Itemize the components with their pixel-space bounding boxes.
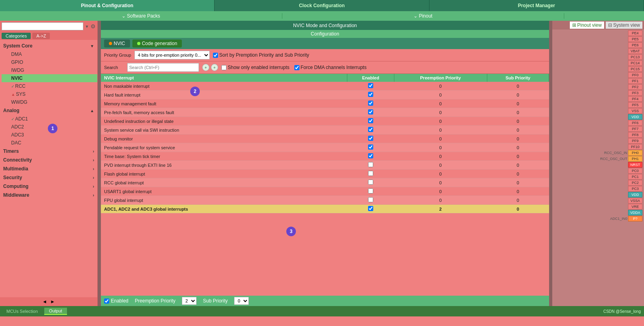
pin-box[interactable]: VDDA	[628, 210, 642, 215]
pin-box[interactable]: PF3	[628, 90, 642, 96]
enabled-cell[interactable]	[347, 117, 394, 126]
table-row[interactable]: RCC global interrupt 0 0	[101, 178, 549, 187]
software-packs-btn[interactable]: ⌄ Software Packs	[0, 13, 282, 19]
sidebar-item-adc2[interactable]: ADC2	[2, 123, 97, 131]
table-row[interactable]: Time base: System tick timer 0 0	[101, 152, 549, 161]
mcu-selection-btn[interactable]: MCUs Selection	[2, 308, 43, 315]
enabled-checkbox[interactable]	[368, 171, 373, 176]
sidebar-search-input[interactable]	[2, 22, 83, 30]
pin-box[interactable]: NRST	[628, 162, 642, 168]
tab-nvic[interactable]: NVIC	[104, 40, 130, 47]
scroll-right-arrow[interactable]: ►	[50, 299, 55, 304]
table-row[interactable]: FPU global interrupt 0 0	[101, 196, 549, 205]
pin-box[interactable]: VBAT	[628, 48, 642, 54]
scroll-left-arrow[interactable]: ◄	[42, 299, 47, 304]
output-btn[interactable]: Output	[44, 308, 67, 315]
pin-box[interactable]: PC1	[628, 174, 642, 180]
table-row[interactable]: Non maskable interrupt 0 0	[101, 82, 549, 91]
bottom-enabled-checkbox[interactable]	[104, 298, 109, 304]
pin-box[interactable]: PH1	[628, 156, 642, 162]
force-dma-checkbox[interactable]	[294, 65, 299, 70]
sidebar-tab-az[interactable]: A->Z	[32, 33, 50, 39]
sidebar-section-computing[interactable]: Computing ›	[0, 182, 97, 191]
sidebar-item-rcc[interactable]: ✓ RCC	[2, 82, 97, 90]
pin-box[interactable]: PC0	[628, 168, 642, 174]
sidebar-section-system-core[interactable]: System Core ▼	[0, 41, 97, 50]
enabled-cell[interactable]	[347, 82, 394, 91]
pin-box[interactable]: PC15	[628, 66, 642, 72]
tab-project-manager[interactable]: Project Manager	[429, 0, 644, 11]
sidebar-item-adc1[interactable]: ✓ ADC1	[2, 115, 97, 123]
enabled-cell[interactable]	[347, 126, 394, 134]
sort-checkbox[interactable]	[213, 53, 218, 58]
pin-box[interactable]: PH0	[628, 150, 642, 156]
tab-code-generation[interactable]: Code generation	[132, 40, 182, 47]
show-only-enabled-label[interactable]: Show only enabled interrupts	[221, 65, 290, 70]
sidebar-section-analog[interactable]: Analog ▲	[0, 106, 97, 115]
sidebar-section-timers[interactable]: Timers ›	[0, 147, 97, 156]
sidebar-tab-categories[interactable]: Categories	[2, 33, 31, 39]
enabled-cell[interactable]	[347, 99, 394, 108]
tab-pinout-configuration[interactable]: Pinout & Configuration	[0, 0, 215, 11]
system-view-tab[interactable]: ⊟ System view	[606, 22, 642, 29]
pin-box[interactable]: PC2	[628, 180, 642, 186]
enabled-checkbox[interactable]	[368, 109, 373, 115]
sidebar-item-nvic[interactable]: NVIC	[2, 74, 97, 82]
pin-box[interactable]: VDD	[628, 114, 642, 120]
sidebar-dropdown-arrow[interactable]: ▼	[85, 24, 89, 29]
table-row[interactable]: PVD interrupt through EXTI line 16 0 0	[101, 161, 549, 170]
table-row[interactable]: Undefined instruction or illegal state 0…	[101, 117, 549, 126]
enabled-cell[interactable]	[347, 134, 394, 143]
pin-box[interactable]: PF6	[628, 120, 642, 126]
table-row[interactable]: Memory management fault 0 0	[101, 99, 549, 108]
pinout-btn[interactable]: ⌄ Pinout	[282, 13, 565, 19]
sidebar-item-gpio[interactable]: GPIO	[2, 58, 97, 66]
pin-box[interactable]: PF0	[628, 72, 642, 78]
enabled-cell[interactable]	[347, 91, 394, 99]
enabled-checkbox[interactable]	[368, 153, 373, 158]
pin-box[interactable]: PF7	[628, 126, 642, 132]
sidebar-section-middleware[interactable]: Middleware ›	[0, 191, 97, 200]
sidebar-item-adc3[interactable]: ADC3	[2, 131, 97, 139]
enabled-checkbox[interactable]	[368, 206, 373, 211]
pin-box[interactable]: PE4	[628, 30, 642, 36]
pin-box[interactable]: VRE	[628, 204, 642, 209]
table-row[interactable]: Hard fault interrupt 0 0	[101, 91, 549, 99]
force-dma-label[interactable]: Force DMA channels Interrupts	[294, 65, 366, 70]
sidebar-section-connectivity[interactable]: Connectivity ›	[0, 156, 97, 164]
search-prev-btn[interactable]: +	[202, 64, 209, 71]
enabled-checkbox[interactable]	[368, 188, 373, 194]
pin-box[interactable]: PE5	[628, 36, 642, 42]
pin-box[interactable]: PC14	[628, 60, 642, 66]
sidebar-section-multimedia[interactable]: Multimedia ›	[0, 164, 97, 173]
pin-box[interactable]: PC13	[628, 54, 642, 60]
enabled-cell[interactable]	[347, 196, 394, 205]
priority-group-select[interactable]: 4 bits for pre-emption priority 0...	[134, 51, 210, 59]
enabled-checkbox[interactable]	[368, 197, 373, 202]
enabled-cell[interactable]	[347, 178, 394, 187]
pin-box[interactable]: VSSA	[628, 198, 642, 204]
pin-box[interactable]: PF10	[628, 144, 642, 150]
table-row[interactable]: USART1 global interrupt 0 0	[101, 187, 549, 196]
pin-box[interactable]: PF4	[628, 96, 642, 102]
enabled-checkbox[interactable]	[368, 144, 373, 150]
search-input[interactable]	[127, 63, 199, 72]
enabled-checkbox[interactable]	[368, 136, 373, 141]
search-next-btn[interactable]: +	[211, 64, 218, 71]
sidebar-item-dac[interactable]: DAC	[2, 139, 97, 147]
show-only-enabled-checkbox[interactable]	[221, 65, 226, 70]
table-row[interactable]: Flash global interrupt 0 0	[101, 170, 549, 178]
enabled-checkbox[interactable]	[368, 92, 373, 97]
sub-priority-select[interactable]: 0	[234, 297, 249, 305]
enabled-checkbox[interactable]	[368, 118, 373, 123]
enabled-checkbox[interactable]	[368, 127, 373, 132]
sidebar-section-security[interactable]: Security ›	[0, 173, 97, 182]
pin-box[interactable]: PC3	[628, 186, 642, 192]
table-row[interactable]: Debug monitor 0 0	[101, 134, 549, 143]
enabled-checkbox[interactable]	[368, 83, 373, 88]
table-row[interactable]: Pendable request for system service 0 0	[101, 143, 549, 152]
sidebar-gear-icon[interactable]: ⚙	[91, 23, 96, 30]
enabled-cell[interactable]	[347, 152, 394, 161]
enabled-checkbox[interactable]	[368, 180, 373, 185]
table-row[interactable]: System service call via SWI instruction …	[101, 126, 549, 134]
